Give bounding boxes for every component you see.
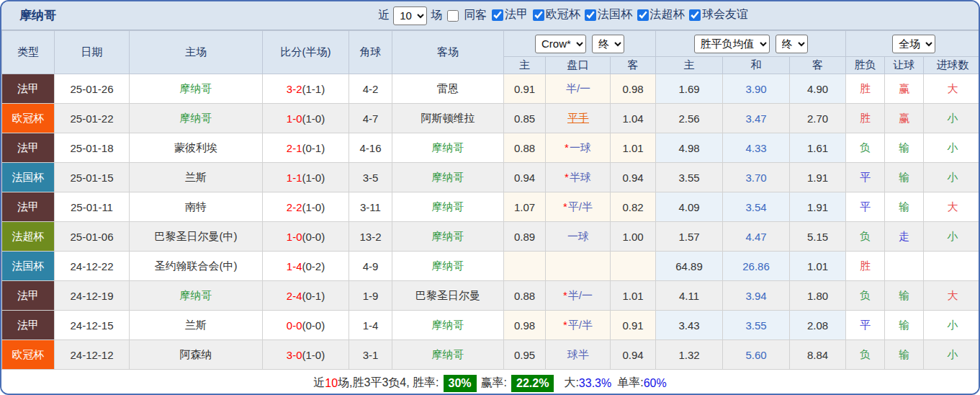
avg-home-cell: 1.57 [656, 222, 723, 252]
team-title: 摩纳哥 [19, 7, 56, 24]
league-checkbox[interactable] [689, 9, 701, 21]
near-count-select[interactable]: 10 [393, 6, 427, 25]
handicap-cell: 球半 [546, 340, 611, 370]
home-odds-cell: 0.85 [504, 104, 546, 133]
score-halftime: (1-1) [302, 83, 325, 95]
handicap-text: 球半 [567, 348, 589, 360]
corners-cell: 13-2 [349, 222, 392, 252]
score-halftime: (0-1) [302, 290, 325, 302]
result-wdl-cell: 平 [846, 192, 885, 222]
league-filters: 法甲 欧冠杯 法国杯 法超杯 球会友谊 [490, 7, 748, 24]
away-team[interactable]: 摩纳哥 [392, 133, 504, 163]
score-fulltime: 2-4 [287, 290, 302, 302]
away-team[interactable]: 摩纳哥 [392, 192, 504, 222]
handicap-text: 一球 [570, 141, 591, 154]
avg-draw-cell: 3.94 [723, 281, 790, 311]
away-team[interactable]: 摩纳哥 [392, 340, 504, 370]
table-row: 欧冠杯 25-01-22 摩纳哥 1-0(1-0) 4-7 阿斯顿维拉 0.85… [2, 104, 980, 133]
home-team[interactable]: 南特 [130, 192, 263, 222]
league-checkbox[interactable] [637, 9, 649, 21]
away-team[interactable]: 阿斯顿维拉 [392, 104, 504, 133]
away-odds-cell: 0.94 [611, 340, 656, 370]
handicap-cell: *平/半 [546, 311, 611, 340]
bookmaker-time-select[interactable]: 终 [592, 35, 624, 53]
date-cell: 25-01-11 [55, 192, 130, 222]
league-checkbox[interactable] [533, 9, 544, 21]
result-wdl-cell: 负 [846, 222, 885, 252]
same-venue-checkbox[interactable] [447, 10, 459, 22]
home-team[interactable]: 摩纳哥 [130, 104, 263, 133]
score-halftime: (1-0) [302, 349, 325, 361]
league-filter[interactable]: 球会友谊 [688, 7, 748, 22]
handicap-cell [546, 252, 611, 281]
date-cell: 25-01-26 [55, 74, 130, 104]
corners-cell: 1-4 [349, 311, 392, 340]
score-fulltime: 3-2 [287, 83, 302, 95]
home-team[interactable]: 巴黎圣日尔曼(中) [130, 222, 263, 252]
result-handicap-cell [885, 252, 924, 281]
result-goals-cell: 大 [924, 74, 980, 104]
away-odds-cell: 0.91 [611, 311, 656, 340]
avg-away-cell: 2.70 [790, 104, 846, 133]
score-halftime: (1-0) [302, 172, 325, 184]
avg-away-cell: 1.01 [790, 252, 846, 281]
handicap-star: * [563, 200, 567, 213]
result-handicap-cell: 赢 [885, 74, 924, 104]
result-handicap-cell: 输 [885, 311, 924, 340]
home-team[interactable]: 圣约翰联合会(中) [130, 252, 263, 281]
avg-away-cell: 1.91 [790, 163, 846, 192]
away-team[interactable]: 雷恩 [392, 74, 504, 104]
handicap-cell: *半球 [546, 163, 611, 192]
result-wdl-cell: 胜 [846, 104, 885, 133]
home-team[interactable]: 蒙彼利埃 [130, 133, 263, 163]
subheader-avg-away: 客 [790, 57, 846, 74]
avg-draw-cell: 4.33 [723, 133, 790, 163]
table-row: 法甲 24-12-19 摩纳哥 2-4(0-1) 1-9 巴黎圣日尔曼 0.88… [2, 281, 980, 311]
handicap-text: 平/半 [568, 200, 593, 213]
avg-select[interactable]: 胜平负均值 [694, 35, 770, 53]
table-row: 法甲 25-01-26 摩纳哥 3-2(1-1) 4-2 雷恩 0.91 半/一… [2, 74, 980, 104]
score-fulltime: 0-0 [287, 319, 302, 332]
league-filter[interactable]: 法甲 [490, 7, 528, 22]
home-team[interactable]: 摩纳哥 [130, 74, 263, 104]
away-team[interactable]: 摩纳哥 [392, 163, 504, 192]
corners-cell: 4-9 [349, 252, 392, 281]
handicap-rate-badge: 22.2% [511, 375, 554, 392]
league-type-cell: 法甲 [2, 192, 55, 222]
date-cell: 25-01-15 [55, 163, 130, 192]
home-team[interactable]: 兰斯 [130, 163, 263, 192]
away-team[interactable]: 摩纳哥 [392, 311, 504, 340]
avg-draw-cell: 26.86 [723, 252, 790, 281]
league-checkbox[interactable] [585, 9, 596, 21]
corners-cell: 1-9 [349, 281, 392, 311]
score-halftime: (1-0) [302, 201, 325, 213]
scope-select[interactable]: 全场 [892, 35, 935, 53]
away-team[interactable]: 巴黎圣日尔曼 [392, 281, 504, 311]
result-handicap-cell: 走 [885, 222, 924, 252]
result-handicap-cell: 输 [885, 133, 924, 163]
summary-count: 10 [325, 377, 338, 390]
subheader-avg-draw: 和 [723, 57, 790, 74]
avg-time-select[interactable]: 终 [776, 35, 808, 53]
league-filter[interactable]: 法国杯 [583, 7, 632, 22]
away-odds-cell [611, 252, 656, 281]
home-team[interactable]: 阿森纳 [130, 340, 263, 370]
date-cell: 24-12-12 [55, 340, 130, 370]
score-cell: 1-4(0-2) [263, 252, 349, 281]
home-team[interactable]: 兰斯 [130, 311, 263, 340]
single-rate-label: 单率: [617, 376, 643, 391]
league-filter[interactable]: 欧冠杯 [531, 7, 580, 22]
league-filter[interactable]: 法超杯 [636, 7, 685, 22]
away-team[interactable]: 摩纳哥 [392, 222, 504, 252]
header-corners: 角球 [349, 31, 392, 74]
score-halftime: (0-0) [302, 231, 325, 243]
bookmaker-select[interactable]: Crow* [535, 35, 586, 53]
league-checkbox[interactable] [492, 9, 503, 21]
away-odds-cell: 0.98 [611, 74, 656, 104]
handicap-star: * [565, 141, 569, 154]
corners-cell: 4-7 [349, 104, 392, 133]
away-team[interactable]: 摩纳哥 [392, 252, 504, 281]
same-venue-label: 同客 [464, 8, 487, 23]
single-rate-value: 60% [644, 377, 667, 390]
home-team[interactable]: 摩纳哥 [130, 281, 263, 311]
